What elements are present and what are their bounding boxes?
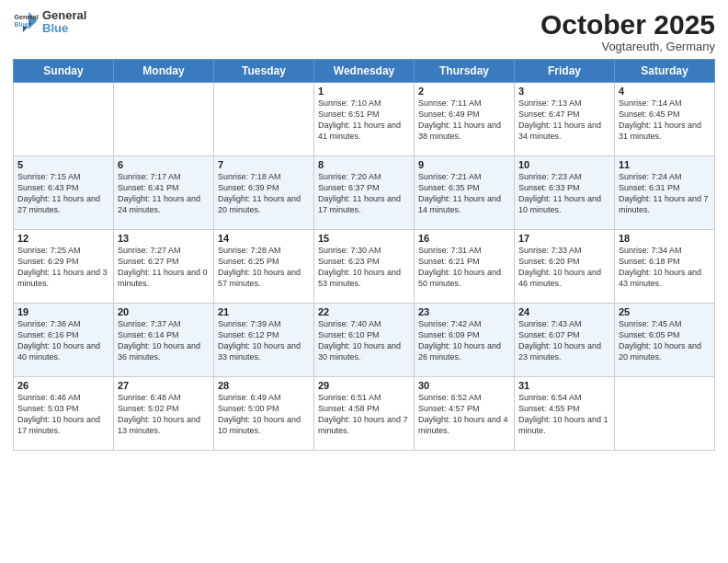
table-cell: 5Sunrise: 7:15 AM Sunset: 6:43 PM Daylig… bbox=[14, 156, 114, 230]
day-info: Sunrise: 7:24 AM Sunset: 6:31 PM Dayligh… bbox=[619, 171, 711, 216]
table-cell: 8Sunrise: 7:20 AM Sunset: 6:37 PM Daylig… bbox=[314, 156, 415, 230]
day-info: Sunrise: 7:14 AM Sunset: 6:45 PM Dayligh… bbox=[619, 98, 711, 143]
day-info: Sunrise: 7:43 AM Sunset: 6:07 PM Dayligh… bbox=[518, 318, 610, 363]
day-number: 14 bbox=[218, 233, 310, 244]
day-info: Sunrise: 7:27 AM Sunset: 6:27 PM Dayligh… bbox=[118, 245, 210, 290]
day-number: 19 bbox=[17, 306, 109, 317]
table-cell: 18Sunrise: 7:34 AM Sunset: 6:18 PM Dayli… bbox=[615, 230, 715, 304]
day-info: Sunrise: 7:39 AM Sunset: 6:12 PM Dayligh… bbox=[218, 318, 310, 363]
table-cell: 23Sunrise: 7:42 AM Sunset: 6:09 PM Dayli… bbox=[415, 304, 515, 377]
header: General Blue General Blue October 2025 V… bbox=[13, 9, 715, 53]
table-cell: 9Sunrise: 7:21 AM Sunset: 6:35 PM Daylig… bbox=[415, 156, 515, 230]
day-number: 4 bbox=[619, 86, 711, 97]
table-cell: 26Sunrise: 6:46 AM Sunset: 5:03 PM Dayli… bbox=[14, 377, 114, 451]
table-cell: 2Sunrise: 7:11 AM Sunset: 6:49 PM Daylig… bbox=[415, 83, 515, 156]
table-cell: 11Sunrise: 7:24 AM Sunset: 6:31 PM Dayli… bbox=[615, 156, 715, 230]
table-cell: 3Sunrise: 7:13 AM Sunset: 6:47 PM Daylig… bbox=[515, 83, 615, 156]
day-number: 25 bbox=[619, 306, 711, 317]
table-cell: 27Sunrise: 6:48 AM Sunset: 5:02 PM Dayli… bbox=[114, 377, 214, 451]
day-number: 6 bbox=[118, 159, 210, 170]
table-cell: 6Sunrise: 7:17 AM Sunset: 6:41 PM Daylig… bbox=[114, 156, 214, 230]
header-thursday: Thursday bbox=[415, 60, 515, 83]
table-cell: 4Sunrise: 7:14 AM Sunset: 6:45 PM Daylig… bbox=[615, 83, 715, 156]
weekday-header-row: Sunday Monday Tuesday Wednesday Thursday… bbox=[14, 60, 715, 83]
day-number: 13 bbox=[118, 233, 210, 244]
calendar-table: Sunday Monday Tuesday Wednesday Thursday… bbox=[13, 59, 715, 451]
table-cell: 22Sunrise: 7:40 AM Sunset: 6:10 PM Dayli… bbox=[314, 304, 415, 377]
day-number: 26 bbox=[17, 380, 109, 391]
table-cell: 25Sunrise: 7:45 AM Sunset: 6:05 PM Dayli… bbox=[615, 304, 715, 377]
day-number: 23 bbox=[418, 306, 510, 317]
svg-text:General: General bbox=[15, 14, 39, 20]
month-year: October 2025 bbox=[540, 9, 715, 40]
day-number: 31 bbox=[518, 380, 610, 391]
day-number: 29 bbox=[318, 380, 410, 391]
day-number: 28 bbox=[218, 380, 310, 391]
day-info: Sunrise: 7:36 AM Sunset: 6:16 PM Dayligh… bbox=[17, 318, 109, 363]
table-cell bbox=[214, 83, 314, 156]
table-cell: 13Sunrise: 7:27 AM Sunset: 6:27 PM Dayli… bbox=[114, 230, 214, 304]
table-cell: 17Sunrise: 7:33 AM Sunset: 6:20 PM Dayli… bbox=[515, 230, 615, 304]
day-info: Sunrise: 7:15 AM Sunset: 6:43 PM Dayligh… bbox=[17, 171, 109, 216]
day-number: 8 bbox=[318, 159, 410, 170]
table-cell bbox=[14, 83, 114, 156]
day-info: Sunrise: 7:34 AM Sunset: 6:18 PM Dayligh… bbox=[619, 245, 711, 290]
day-number: 3 bbox=[518, 86, 610, 97]
location: Vogtareuth, Germany bbox=[540, 40, 715, 53]
calendar-week-row: 1Sunrise: 7:10 AM Sunset: 6:51 PM Daylig… bbox=[14, 83, 715, 156]
day-info: Sunrise: 7:18 AM Sunset: 6:39 PM Dayligh… bbox=[218, 171, 310, 216]
day-info: Sunrise: 7:31 AM Sunset: 6:21 PM Dayligh… bbox=[418, 245, 510, 290]
day-number: 30 bbox=[418, 380, 510, 391]
day-number: 22 bbox=[318, 306, 410, 317]
day-info: Sunrise: 7:33 AM Sunset: 6:20 PM Dayligh… bbox=[518, 245, 610, 290]
day-number: 27 bbox=[118, 380, 210, 391]
calendar-week-row: 26Sunrise: 6:46 AM Sunset: 5:03 PM Dayli… bbox=[14, 377, 715, 451]
day-number: 11 bbox=[619, 159, 711, 170]
day-info: Sunrise: 7:13 AM Sunset: 6:47 PM Dayligh… bbox=[518, 98, 610, 143]
logo-icon: General Blue bbox=[13, 9, 39, 35]
table-cell: 24Sunrise: 7:43 AM Sunset: 6:07 PM Dayli… bbox=[515, 304, 615, 377]
table-cell: 29Sunrise: 6:51 AM Sunset: 4:58 PM Dayli… bbox=[314, 377, 415, 451]
table-cell bbox=[114, 83, 214, 156]
day-info: Sunrise: 7:11 AM Sunset: 6:49 PM Dayligh… bbox=[418, 98, 510, 143]
day-info: Sunrise: 6:51 AM Sunset: 4:58 PM Dayligh… bbox=[318, 392, 410, 437]
header-monday: Monday bbox=[114, 60, 214, 83]
table-cell: 15Sunrise: 7:30 AM Sunset: 6:23 PM Dayli… bbox=[314, 230, 415, 304]
calendar-week-row: 12Sunrise: 7:25 AM Sunset: 6:29 PM Dayli… bbox=[14, 230, 715, 304]
table-cell: 10Sunrise: 7:23 AM Sunset: 6:33 PM Dayli… bbox=[515, 156, 615, 230]
header-sunday: Sunday bbox=[14, 60, 114, 83]
day-number: 1 bbox=[318, 86, 410, 97]
table-cell: 19Sunrise: 7:36 AM Sunset: 6:16 PM Dayli… bbox=[14, 304, 114, 377]
day-info: Sunrise: 7:30 AM Sunset: 6:23 PM Dayligh… bbox=[318, 245, 410, 290]
table-cell: 14Sunrise: 7:28 AM Sunset: 6:25 PM Dayli… bbox=[214, 230, 314, 304]
day-number: 21 bbox=[218, 306, 310, 317]
day-number: 17 bbox=[518, 233, 610, 244]
day-info: Sunrise: 7:40 AM Sunset: 6:10 PM Dayligh… bbox=[318, 318, 410, 363]
day-number: 5 bbox=[17, 159, 109, 170]
table-cell: 1Sunrise: 7:10 AM Sunset: 6:51 PM Daylig… bbox=[314, 83, 415, 156]
table-cell bbox=[615, 377, 715, 451]
day-number: 15 bbox=[318, 233, 410, 244]
day-info: Sunrise: 6:48 AM Sunset: 5:02 PM Dayligh… bbox=[118, 392, 210, 437]
day-info: Sunrise: 6:54 AM Sunset: 4:55 PM Dayligh… bbox=[518, 392, 610, 437]
day-info: Sunrise: 6:52 AM Sunset: 4:57 PM Dayligh… bbox=[418, 392, 510, 437]
day-number: 20 bbox=[118, 306, 210, 317]
day-info: Sunrise: 7:10 AM Sunset: 6:51 PM Dayligh… bbox=[318, 98, 410, 143]
day-number: 10 bbox=[518, 159, 610, 170]
day-info: Sunrise: 7:37 AM Sunset: 6:14 PM Dayligh… bbox=[118, 318, 210, 363]
calendar-week-row: 5Sunrise: 7:15 AM Sunset: 6:43 PM Daylig… bbox=[14, 156, 715, 230]
day-info: Sunrise: 7:28 AM Sunset: 6:25 PM Dayligh… bbox=[218, 245, 310, 290]
day-number: 16 bbox=[418, 233, 510, 244]
day-number: 24 bbox=[518, 306, 610, 317]
table-cell: 28Sunrise: 6:49 AM Sunset: 5:00 PM Dayli… bbox=[214, 377, 314, 451]
header-tuesday: Tuesday bbox=[214, 60, 314, 83]
table-cell: 7Sunrise: 7:18 AM Sunset: 6:39 PM Daylig… bbox=[214, 156, 314, 230]
day-info: Sunrise: 7:20 AM Sunset: 6:37 PM Dayligh… bbox=[318, 171, 410, 216]
calendar-body: 1Sunrise: 7:10 AM Sunset: 6:51 PM Daylig… bbox=[14, 83, 715, 451]
svg-text:Blue: Blue bbox=[15, 22, 28, 29]
table-cell: 21Sunrise: 7:39 AM Sunset: 6:12 PM Dayli… bbox=[214, 304, 314, 377]
day-info: Sunrise: 6:49 AM Sunset: 5:00 PM Dayligh… bbox=[218, 392, 310, 437]
day-info: Sunrise: 7:17 AM Sunset: 6:41 PM Dayligh… bbox=[118, 171, 210, 216]
header-friday: Friday bbox=[515, 60, 615, 83]
day-info: Sunrise: 6:46 AM Sunset: 5:03 PM Dayligh… bbox=[17, 392, 109, 437]
